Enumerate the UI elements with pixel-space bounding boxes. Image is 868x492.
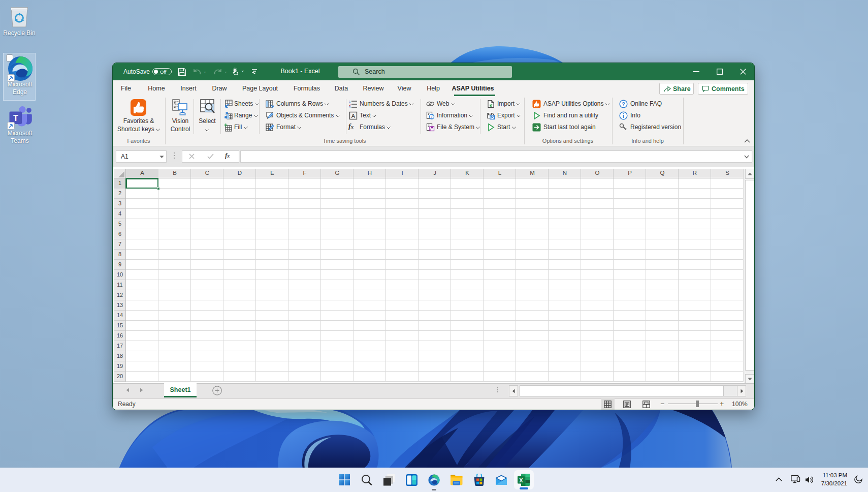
svg-text:X: X: [519, 477, 523, 483]
svg-text:T: T: [13, 114, 18, 122]
svg-text:3: 3: [349, 106, 351, 108]
svg-text:A: A: [351, 113, 356, 119]
svg-text:?: ?: [622, 101, 625, 107]
